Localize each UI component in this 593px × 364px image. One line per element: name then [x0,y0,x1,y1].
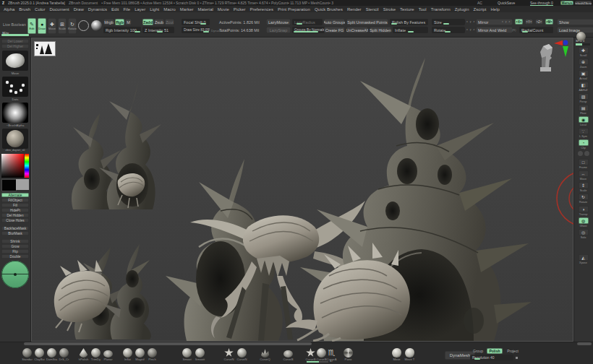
rgb-button[interactable]: Rgb [115,19,124,25]
resolution-dot-icon[interactable] [516,357,518,359]
radial-count-slider[interactable]: RadialCount [519,27,553,33]
split-unmasked-points-button[interactable]: Split Unmasked Points [346,19,388,25]
z-intensity-slider[interactable]: Z Intensity 51 [142,27,174,33]
local-button[interactable]: ◉Local [576,116,591,126]
menu-print-preparation[interactable]: Print Preparation [278,7,310,12]
double-button[interactable]: Double [1,254,29,259]
flip-button[interactable]: Flip [1,249,29,254]
bottom-tray-scrollbar[interactable] [24,342,312,345]
menu-dynamics[interactable]: Dynamics [88,7,107,12]
zsub-button[interactable]: Zsub [154,19,164,25]
shrink-button[interactable]: Shrink [1,239,29,243]
menu-preferences[interactable]: Preferences [250,7,273,12]
rotate-nav-button[interactable]: ↻Rotate [576,194,591,204]
del-lower-button[interactable]: Del Lower [1,39,29,43]
size-axis-toggles[interactable]: x y z [466,20,475,23]
current-brush-thumbnail[interactable] [2,51,28,71]
current-stroke-thumbnail[interactable] [2,77,28,97]
sculpt-viewport[interactable] [31,38,573,342]
menu-document[interactable]: Document [49,7,69,12]
mirror-x-button[interactable]: >X< [515,19,523,25]
draw-size-slider[interactable]: Draw Size 83.09559 [182,27,210,33]
m-button[interactable]: M [125,19,132,25]
brush-orbcrack[interactable]: DrS_Cr [59,348,70,361]
menu-marker[interactable]: Marker [180,7,194,12]
brush-curve-bridge[interactable]: CurveB [283,348,294,361]
brush-hpolish[interactable]: hPolish [79,348,90,361]
curve-mini-slider[interactable] [307,361,328,363]
rotate-button[interactable]: ↻ Rotate [68,18,77,34]
zcut-button[interactable]: Zcut [165,19,174,25]
brush-curve-quad[interactable]: CurveQ [260,348,271,361]
size-slider[interactable]: Size [432,19,465,25]
brush-curve-noodle2[interactable]: CurveN [237,348,248,361]
menu-edit[interactable]: Edit [111,7,119,12]
current-alpha-thumbnail[interactable] [2,103,28,123]
dynamesh-group-button[interactable]: Group [470,348,486,354]
quicksave-button[interactable]: QuickSave [498,1,515,5]
color-sv-picker[interactable] [1,154,24,178]
ghost-button[interactable]: ◍Ghost [576,217,591,228]
camera-orientation-head-icon[interactable] [536,43,555,72]
scale-button[interactable]: ⊞ Scale [58,18,67,34]
xpose-button[interactable]: ◭Xpose [576,254,591,264]
dynamesh-polish-button[interactable]: Polish [487,348,503,354]
brush-magnify[interactable]: Magnif [135,348,146,361]
rotate-axis-toggles[interactable]: x y z [466,28,475,31]
brush-move[interactable]: Move [392,348,403,361]
mrgb-button[interactable]: Mrgb [103,19,114,25]
fillobject-button[interactable]: FillObject [1,198,29,202]
tray-toggle-icon-2[interactable] [584,151,589,156]
fill-button[interactable]: Fill [1,203,29,207]
menu-draw[interactable]: Draw [74,7,84,12]
secondary-color-swatch[interactable] [16,179,29,190]
menus-button[interactable]: Menus [560,1,573,5]
menu-layer[interactable]: Layer [135,7,145,12]
lazymouse-button[interactable]: LazyMouse [266,19,291,25]
split-hidden-button[interactable]: Split Hidden [370,27,391,33]
default-zscript-button[interactable]: DefaultZScript [575,1,592,5]
draw-button[interactable]: ● Draw [38,18,46,34]
picker-orientation-widget[interactable] [1,261,29,288]
edit-button[interactable]: ✎ Edit [27,18,36,34]
radial-r-toggle[interactable]: (R) [512,28,516,32]
menu-quick-brushes[interactable]: Quick Brushes [315,7,343,12]
move-nav-button[interactable]: ↔Move [576,170,591,181]
lsym-button[interactable]: ∵L.Sym [576,128,591,138]
menu-render[interactable]: Render [347,7,362,12]
brush-inflate[interactable]: Inflat [123,348,134,361]
bottom-tray-scrollbar-right[interactable] [577,342,592,345]
alpha-preview-icon[interactable] [91,20,102,31]
inflate-slider[interactable]: Inflate [393,27,428,33]
persp-button[interactable]: ▨Persp [576,93,591,103]
menu-picker[interactable]: Picker [234,7,246,12]
menu-stroke[interactable]: Stroke [383,7,396,12]
menu-material[interactable]: Material [198,7,213,12]
mirror-m-button[interactable]: >M< [545,19,553,25]
see-through-slider[interactable]: See-through 0 [530,1,553,6]
brush-smooth-stronger[interactable]: Smoott [195,348,206,361]
actual-button[interactable]: ▣Actual [576,70,591,80]
lazyradius-slider[interactable]: LazyRadius [292,19,323,25]
clip-button[interactable]: ◔Clip [576,139,591,150]
close-holes-button[interactable]: Close Holes [1,218,29,222]
main-color-swatch[interactable] [1,179,17,191]
live-boolean-button[interactable]: Live Boolean [3,22,26,27]
brush-pinch[interactable]: Pinch [148,348,158,361]
brush-smooth[interactable]: Smoot [182,348,193,361]
lazysnap-button[interactable]: LazySnap [266,27,291,33]
menu-transform[interactable]: Transform [431,7,451,12]
scroll-button[interactable]: ✚Scroll [576,47,591,57]
polish-by-features-slider[interactable]: Polish By Features [390,19,428,25]
create-fg-button[interactable]: Create FG [324,27,345,33]
rotate-slider[interactable]: Rotate [432,27,465,33]
del-higher-button[interactable]: Del Higher [1,44,29,48]
menu-help[interactable]: Help [491,7,500,12]
transp-button[interactable]: ◑Transp [576,206,591,216]
color-hue-strip[interactable] [25,154,29,178]
document-preview-icon[interactable] [34,41,56,56]
mirror-y-button[interactable]: >Y< [525,19,533,25]
dynamesh-project-button[interactable]: Project [504,348,521,354]
menu-stencil[interactable]: Stencil [366,7,379,12]
dynamesh-resolution-slider[interactable]: Resolution 40 [470,355,513,360]
